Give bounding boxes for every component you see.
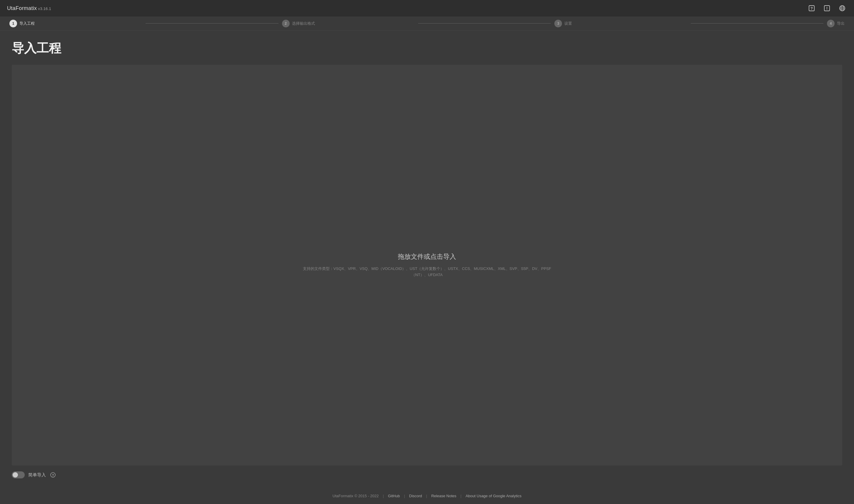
step-4-circle: 4 [827, 20, 835, 28]
step-line-1 [146, 23, 278, 23]
app-version-text: v3.16.1 [38, 6, 51, 11]
drop-zone[interactable]: 拖放文件或点击导入 支持的文件类型：VSQX、VPR、VSQ、MID（VOCAL… [12, 65, 842, 466]
footer-sep-1: | [404, 494, 405, 498]
simple-import-label: 简单导入 [28, 472, 46, 478]
footer-link-release-notes[interactable]: Release Notes [431, 494, 456, 498]
footer-link-discord[interactable]: Discord [409, 494, 422, 498]
notification-button[interactable]: ! [822, 3, 832, 13]
help-button[interactable]: ? [807, 3, 816, 13]
step-1: 1 导入工程 [10, 20, 142, 28]
step-3: 3 设置 [554, 20, 687, 28]
step-line-3 [691, 23, 823, 23]
step-2-circle: 2 [282, 20, 290, 28]
step-4-number: 4 [830, 21, 832, 25]
simple-import-help-button[interactable]: ? [49, 471, 56, 479]
svg-text:!: ! [826, 6, 828, 11]
simple-import-toggle[interactable] [12, 471, 25, 479]
svg-text:?: ? [52, 473, 54, 477]
step-2-label: 选择输出格式 [292, 21, 315, 26]
step-1-number: 1 [12, 21, 14, 25]
drop-zone-title: 拖放文件或点击导入 [398, 252, 456, 261]
footer-link-github[interactable]: GitHub [388, 494, 400, 498]
step-line-2 [418, 23, 551, 23]
globe-icon [839, 5, 846, 12]
step-3-number: 3 [557, 21, 559, 25]
step-1-label: 导入工程 [19, 21, 35, 26]
footer: UtaFormatix © 2015 - 2022 | GitHub | Dis… [0, 488, 854, 504]
step-3-circle: 3 [554, 20, 562, 28]
app-title: UtaFormatixv3.16.1 [7, 5, 51, 12]
stepper-inner: 1 导入工程 2 选择输出格式 3 设置 4 导出 [10, 20, 844, 28]
footer-copyright: UtaFormatix © 2015 - 2022 [332, 494, 379, 498]
stepper: 1 导入工程 2 选择输出格式 3 设置 4 导出 [0, 16, 854, 31]
step-2-number: 2 [285, 21, 287, 25]
app-header: UtaFormatixv3.16.1 ? ! [0, 0, 854, 16]
step-2: 2 选择输出格式 [282, 20, 415, 28]
svg-text:?: ? [811, 6, 813, 11]
step-1-circle: 1 [10, 20, 17, 28]
help-icon: ? [809, 5, 815, 11]
footer-sep-0: | [383, 494, 384, 498]
header-icon-group: ? ! [807, 3, 847, 13]
drop-zone-subtitle: 支持的文件类型：VSQX、VPR、VSQ、MID（VOCALOID）、UST（允… [295, 266, 559, 278]
footer-link-analytics[interactable]: About Usage of Google Analytics [466, 494, 522, 498]
language-button[interactable] [838, 3, 847, 13]
import-options: 简单导入 ? [12, 471, 842, 479]
toggle-thumb [13, 472, 18, 478]
step-4-label: 导出 [837, 21, 844, 26]
simple-import-help-icon: ? [50, 472, 56, 478]
footer-sep-3: | [460, 494, 461, 498]
footer-sep-2: | [426, 494, 427, 498]
toggle-track [12, 471, 25, 479]
footer-links: UtaFormatix © 2015 - 2022 | GitHub | Dis… [0, 494, 854, 498]
main-content: 导入工程 拖放文件或点击导入 支持的文件类型：VSQX、VPR、VSQ、MID（… [0, 31, 854, 488]
step-3-label: 设置 [564, 21, 572, 26]
step-4: 4 导出 [827, 20, 844, 28]
notification-icon: ! [824, 5, 830, 11]
app-name-text: UtaFormatix [7, 5, 37, 11]
page-title: 导入工程 [12, 40, 842, 56]
